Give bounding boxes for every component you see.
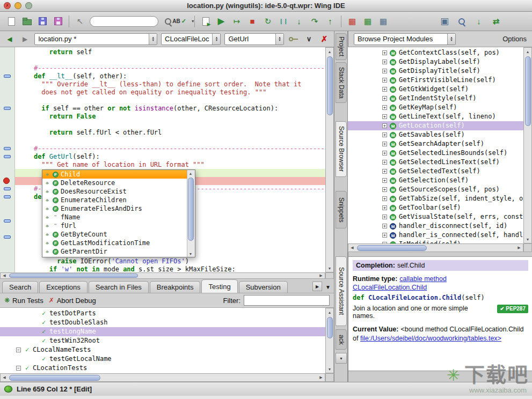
sync-refresh-button[interactable]: ⇄ (490, 16, 502, 27)
goto-selection-button[interactable]: ↖ (74, 16, 86, 27)
test-row[interactable]: ✓testGetLocalName (0, 354, 325, 364)
expand-icon[interactable]: + (382, 114, 387, 119)
scroll-up-icon[interactable]: ▲ (326, 48, 333, 55)
restart-debug-button[interactable]: ↻ (262, 16, 274, 27)
run-tests-button[interactable]: ❋ Run Tests (4, 297, 43, 305)
expand-icon[interactable]: + (382, 169, 387, 174)
fold-marker-icon[interactable] (4, 107, 11, 110)
file-combo[interactable]: location.py * ▲▼ (34, 33, 157, 45)
test-row[interactable]: −✓CLocalNameTests (0, 345, 325, 354)
debug-start-button[interactable]: ▶ (215, 16, 227, 27)
expand-icon[interactable]: + (382, 205, 387, 210)
test-row[interactable]: ✓testDotParts (0, 309, 325, 318)
module-tree-row[interactable]: +MGetSourceScopes(self, pos) (348, 185, 523, 194)
popup-scrollbar[interactable]: ▲ ▼ (187, 170, 195, 257)
update-download-button[interactable]: ↓ (473, 16, 485, 27)
class-link[interactable]: CLocalFileLocation.Child (353, 284, 427, 291)
scroll-thumb[interactable] (9, 375, 100, 381)
step-over-button[interactable]: ↷ (309, 16, 320, 27)
step-into-button[interactable]: ↓ (293, 16, 305, 27)
expand-icon[interactable]: + (382, 196, 387, 201)
completion-item[interactable]: ❋❝fUrl (42, 221, 187, 230)
module-tree-row[interactable]: +MGetToolbar(self) (348, 203, 523, 212)
panel-menu-button[interactable]: ▼ (336, 353, 347, 364)
symbol-key-button[interactable] (288, 33, 300, 45)
combo-spin-icons[interactable]: ▲▼ (447, 34, 455, 45)
tab-subversion[interactable]: Subversion (239, 281, 288, 293)
scroll-down-icon[interactable]: ▼ (187, 250, 194, 257)
tab-source-assistant[interactable]: Source Assistant (336, 256, 347, 326)
code-line[interactable]: """ Override __lt__ (less-than) to defin… (15, 80, 325, 88)
code-line[interactable]: return self (15, 48, 325, 56)
scroll-up-icon[interactable]: ▲ (326, 309, 333, 315)
method-combo[interactable]: GetUrl ▲▼ (224, 33, 283, 45)
code-line[interactable]: #---------------------------------------… (15, 64, 325, 72)
test-row[interactable]: ✓testLongName (0, 327, 325, 336)
run-to-cursor-button[interactable]: ↦ (231, 16, 243, 27)
step-out-button[interactable]: ↑ (324, 16, 336, 27)
module-tree-row[interactable]: +MGetLineText(self, lineno) (348, 112, 523, 121)
expand-icon[interactable]: + (382, 96, 387, 101)
scroll-right-icon[interactable]: ▶ (516, 245, 522, 251)
code-line[interactable]: raise IOError('Cannot open FIFOs') (15, 257, 325, 265)
completion-item[interactable]: ❋FEnumerateFilesAndDirs (42, 204, 187, 213)
code-line[interactable]: does not get called on equality or inequ… (15, 88, 325, 97)
fold-marker-icon[interactable] (4, 147, 11, 150)
scroll-right-icon[interactable]: ▶ (318, 374, 324, 381)
module-tree-row[interactable]: +MGetSearchAdapter(self) (348, 139, 523, 149)
tab-breakpoints[interactable]: Breakpoints (150, 281, 201, 293)
completion-item[interactable]: ❋FGetByteCount (42, 230, 187, 239)
module-tree-row[interactable]: +MGetVisualState(self, errs, constra (348, 212, 523, 221)
scroll-left-icon[interactable]: ◀ (349, 245, 355, 251)
open-file-button[interactable] (21, 16, 33, 27)
module-tree-row[interactable]: +Mhandler_is_connected(self, handl (348, 231, 523, 240)
module-tree-row[interactable]: +MGetSelectedLinesBounds(self) (348, 149, 523, 158)
expand-icon[interactable]: + (382, 105, 387, 110)
completion-item[interactable]: ❋FChild (42, 170, 187, 179)
editor-gutter[interactable] (0, 47, 15, 272)
scroll-down-icon[interactable]: ▼ (326, 366, 333, 372)
module-tree-row[interactable]: +MGetGtkWidget(self) (348, 85, 523, 94)
tab-stack-data[interactable]: Stack Data (336, 62, 347, 103)
expand-icon[interactable]: + (382, 178, 387, 183)
testlist-hscrollbar[interactable]: ◀ ▶ (0, 373, 325, 382)
module-tree-row[interactable]: +MGetLocation(self) (348, 121, 523, 130)
tab-menu-button[interactable]: ▼ (325, 284, 331, 290)
close-editor-button[interactable]: ✗ (318, 33, 330, 45)
expand-icon[interactable]: + (382, 50, 387, 55)
module-tree-row[interactable]: +MGetContextClass(self, pos) (348, 48, 523, 57)
scroll-up-icon[interactable]: ▲ (187, 170, 194, 176)
test-row[interactable]: −✓CLocationTests (0, 364, 325, 373)
expand-icon[interactable]: + (382, 151, 387, 156)
expand-icon[interactable]: + (382, 187, 387, 192)
pause-button[interactable]: ❙❙ (278, 16, 289, 27)
scroll-right-icon[interactable]: ▶ (318, 272, 324, 279)
fold-marker-icon[interactable] (4, 155, 11, 158)
filter-input[interactable] (244, 295, 330, 306)
expand-icon[interactable]: + (382, 233, 387, 238)
back-button[interactable]: ◀ (4, 33, 16, 45)
scroll-thumb[interactable] (188, 178, 194, 241)
save-all-button[interactable] (52, 16, 64, 27)
scroll-thumb[interactable] (327, 56, 333, 115)
run-file-button[interactable] (200, 16, 212, 27)
toolbar-search-input[interactable] (90, 16, 158, 27)
tab-snippets[interactable]: Snippets (336, 191, 347, 228)
tab-project[interactable]: Project (336, 33, 347, 60)
fold-marker-icon[interactable] (4, 195, 11, 198)
code-line[interactable]: """ Get name of location in URL format "… (15, 161, 325, 169)
tree-hscrollbar[interactable]: ◀ ▶ (348, 243, 523, 252)
editor-vscrollbar[interactable]: ▲ ▼ (325, 47, 334, 272)
editor-menu-button[interactable]: ∨ (303, 33, 315, 45)
fold-marker-icon[interactable] (4, 187, 11, 190)
debug-io-button[interactable]: ▣ (439, 16, 450, 27)
combo-spin-icons[interactable]: ▲▼ (149, 34, 157, 45)
abort-debug-button[interactable]: ✗ Abort Debug (49, 297, 96, 305)
module-tree-row[interactable]: +MGetSelection(self) (348, 176, 523, 185)
completion-item[interactable]: ❋❝fName (42, 213, 187, 221)
runtime-type-link[interactable]: callable method (399, 275, 447, 283)
completion-list[interactable]: ❋FChild❋FDeleteResource❋FDoesResourceExi… (42, 170, 187, 257)
module-tree-row[interactable]: +Mhandler_disconnect(self, id) (348, 221, 523, 231)
tab-search[interactable]: Search (2, 281, 38, 293)
spellcheck-button[interactable]: AB✓▼ (178, 16, 190, 27)
